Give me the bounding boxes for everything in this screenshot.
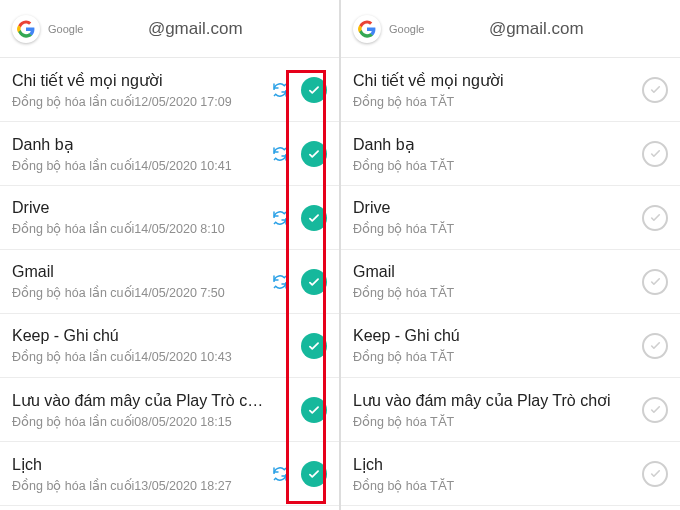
account-email: @gmail.com bbox=[83, 19, 327, 39]
sync-toggle[interactable] bbox=[301, 333, 327, 359]
sync-toggle[interactable] bbox=[642, 397, 668, 423]
list-item[interactable]: Danh bạ Đồng bộ hóa TẮT bbox=[341, 122, 680, 186]
sync-toggle[interactable] bbox=[301, 77, 327, 103]
item-subtitle: Đồng bộ hóa TẮT bbox=[353, 221, 638, 236]
sync-toggle[interactable] bbox=[301, 397, 327, 423]
item-title: Danh bạ bbox=[353, 135, 638, 154]
list-item[interactable]: Keep - Ghi chú Đồng bộ hóa TẮT bbox=[341, 314, 680, 378]
list-item[interactable]: Danh bạ Đồng bộ hóa lần cuối14/05/2020 1… bbox=[0, 122, 339, 186]
item-subtitle: Đồng bộ hóa lần cuối13/05/2020 18:27 bbox=[12, 478, 267, 493]
item-title: Lịch bbox=[353, 455, 638, 474]
sync-icon bbox=[271, 81, 289, 99]
list-item[interactable]: Drive Đồng bộ hóa lần cuối14/05/2020 8:1… bbox=[0, 186, 339, 250]
sync-toggle[interactable] bbox=[642, 205, 668, 231]
item-subtitle: Đồng bộ hóa TẮT bbox=[353, 285, 638, 300]
sync-icon bbox=[271, 209, 289, 227]
provider-label: Google bbox=[389, 23, 424, 35]
account-email: @gmail.com bbox=[424, 19, 668, 39]
provider-label: Google bbox=[48, 23, 83, 35]
item-title: Lịch bbox=[12, 455, 267, 474]
sync-list-off: Chi tiết về mọi người Đồng bộ hóa TẮT Da… bbox=[341, 58, 680, 506]
item-title: Lưu vào đám mây của Play Trò chơi bbox=[353, 391, 638, 410]
sync-toggle[interactable] bbox=[642, 77, 668, 103]
list-item[interactable]: Gmail Đồng bộ hóa TẮT bbox=[341, 250, 680, 314]
sync-toggle[interactable] bbox=[301, 269, 327, 295]
sync-toggle[interactable] bbox=[301, 141, 327, 167]
item-title: Gmail bbox=[353, 263, 638, 281]
list-item[interactable]: Keep - Ghi chú Đồng bộ hóa lần cuối14/05… bbox=[0, 314, 339, 378]
item-title: Keep - Ghi chú bbox=[12, 327, 267, 345]
list-item[interactable]: Gmail Đồng bộ hóa lần cuối14/05/2020 7:5… bbox=[0, 250, 339, 314]
account-header[interactable]: Google @gmail.com bbox=[341, 0, 680, 58]
list-item[interactable]: Lưu vào đám mây của Play Trò chơi Đồng b… bbox=[0, 378, 339, 442]
list-item[interactable]: Lưu vào đám mây của Play Trò chơi Đồng b… bbox=[341, 378, 680, 442]
sync-icon bbox=[271, 465, 289, 483]
item-subtitle: Đồng bộ hóa lần cuối14/05/2020 10:41 bbox=[12, 158, 267, 173]
item-subtitle: Đồng bộ hóa lần cuối14/05/2020 8:10 bbox=[12, 221, 267, 236]
list-item[interactable]: Chi tiết về mọi người Đồng bộ hóa lần cu… bbox=[0, 58, 339, 122]
item-subtitle: Đồng bộ hóa lần cuối14/05/2020 7:50 bbox=[12, 285, 267, 300]
item-title: Chi tiết về mọi người bbox=[12, 71, 267, 90]
item-title: Danh bạ bbox=[12, 135, 267, 154]
item-title: Keep - Ghi chú bbox=[353, 327, 638, 345]
sync-toggle[interactable] bbox=[642, 461, 668, 487]
google-logo-icon bbox=[353, 15, 381, 43]
item-title: Chi tiết về mọi người bbox=[353, 71, 638, 90]
sync-toggle[interactable] bbox=[642, 269, 668, 295]
sync-toggle[interactable] bbox=[642, 333, 668, 359]
sync-icon bbox=[271, 273, 289, 291]
item-title: Gmail bbox=[12, 263, 267, 281]
panel-sync-on: Google @gmail.com Chi tiết về mọi người … bbox=[0, 0, 340, 510]
item-subtitle: Đồng bộ hóa TẮT bbox=[353, 158, 638, 173]
list-item[interactable]: Lịch Đồng bộ hóa TẮT bbox=[341, 442, 680, 506]
google-logo-icon bbox=[12, 15, 40, 43]
sync-toggle[interactable] bbox=[301, 461, 327, 487]
account-header[interactable]: Google @gmail.com bbox=[0, 0, 339, 58]
item-title: Drive bbox=[12, 199, 267, 217]
list-item[interactable]: Drive Đồng bộ hóa TẮT bbox=[341, 186, 680, 250]
panel-sync-off: Google @gmail.com Chi tiết về mọi người … bbox=[340, 0, 680, 510]
item-title: Drive bbox=[353, 199, 638, 217]
sync-toggle[interactable] bbox=[642, 141, 668, 167]
item-subtitle: Đồng bộ hóa lần cuối12/05/2020 17:09 bbox=[12, 94, 267, 109]
sync-toggle[interactable] bbox=[301, 205, 327, 231]
item-subtitle: Đồng bộ hóa TẮT bbox=[353, 414, 638, 429]
item-subtitle: Đồng bộ hóa lần cuối08/05/2020 18:15 bbox=[12, 414, 267, 429]
item-title: Lưu vào đám mây của Play Trò chơi bbox=[12, 391, 267, 410]
list-item[interactable]: Chi tiết về mọi người Đồng bộ hóa TẮT bbox=[341, 58, 680, 122]
item-subtitle: Đồng bộ hóa TẮT bbox=[353, 94, 638, 109]
list-item[interactable]: Lịch Đồng bộ hóa lần cuối13/05/2020 18:2… bbox=[0, 442, 339, 506]
sync-list-on: Chi tiết về mọi người Đồng bộ hóa lần cu… bbox=[0, 58, 339, 506]
item-subtitle: Đồng bộ hóa TẮT bbox=[353, 349, 638, 364]
sync-icon bbox=[271, 145, 289, 163]
item-subtitle: Đồng bộ hóa TẮT bbox=[353, 478, 638, 493]
item-subtitle: Đồng bộ hóa lần cuối14/05/2020 10:43 bbox=[12, 349, 267, 364]
